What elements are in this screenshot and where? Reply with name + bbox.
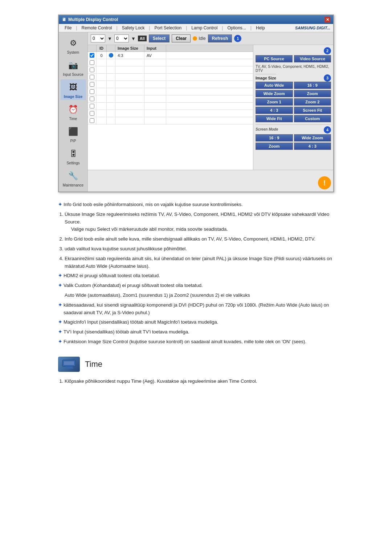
- cell-imgsize-2: [115, 66, 144, 73]
- section-heading-icon: [58, 357, 80, 372]
- cell-id-5: [97, 88, 107, 95]
- svg-rect-1: [64, 361, 74, 365]
- menu-port-selection[interactable]: Port Selection: [151, 25, 184, 31]
- header-imgsize: Image Size: [115, 45, 144, 52]
- right-panel: 0 ▼ 0 ▼ All Select Clear Idle Refresh: [88, 32, 333, 192]
- refresh-button[interactable]: Refresh: [208, 34, 232, 42]
- btn-4-3[interactable]: 4 : 3: [256, 107, 293, 114]
- numbered-list: Üksuse Image Size reguleerimiseks režiim…: [65, 211, 334, 270]
- header-id: ID: [97, 45, 107, 52]
- star-note-text-3: kättesaadavad, kui sisendi signaalitüüp …: [64, 301, 334, 317]
- section-heading: Time: [58, 357, 334, 372]
- star-note-5: ✦ TV'i Input (sisendallikas) töötab ainu…: [58, 328, 334, 336]
- sidebar-label-image-size: Image Size: [64, 95, 83, 99]
- menu-help[interactable]: Help: [253, 25, 268, 31]
- cell-imgsize-9: [115, 117, 144, 124]
- btn-custom[interactable]: Custom: [294, 115, 331, 122]
- idle-dot: [193, 36, 197, 41]
- select-button[interactable]: Select: [149, 34, 170, 42]
- video-source-button[interactable]: Video Source: [294, 55, 331, 62]
- grid-row: [88, 103, 253, 110]
- sidebar-item-settings[interactable]: 🎛 Settings: [61, 146, 86, 167]
- cell-input-8: [144, 110, 166, 117]
- grid-row: [88, 81, 253, 88]
- cell-check-5[interactable]: [88, 88, 97, 95]
- value2-select[interactable]: 0: [114, 34, 129, 42]
- auto-wide-note-text: Auto Wide (automaatlaius), Zoom1 (suuren…: [65, 292, 250, 298]
- sidebar-item-input-source[interactable]: 📷 Input Source: [61, 57, 86, 78]
- menu-options[interactable]: Options...: [224, 25, 249, 31]
- sidebar-item-time[interactable]: ⏰ Time: [61, 102, 86, 122]
- clear-button[interactable]: Clear: [172, 34, 191, 42]
- star-note-text-5: TV'i Input (sisendallikas) töötab ainult…: [64, 328, 189, 336]
- cell-check-4[interactable]: [88, 81, 97, 88]
- value1-select[interactable]: 0: [91, 34, 105, 42]
- source-buttons: PC Source Video Source: [256, 55, 331, 62]
- cell-id-0: 0: [97, 52, 107, 59]
- btn-wide-fit[interactable]: Wide Fit: [256, 115, 293, 122]
- btn-zoom[interactable]: Zoom: [294, 90, 331, 97]
- sidebar-item-image-size[interactable]: 🖼 Image Size: [61, 79, 86, 100]
- menu-remote-control[interactable]: Remote Control: [78, 25, 115, 31]
- menu-safety-lock[interactable]: Safety Lock: [119, 25, 148, 31]
- btn-16-9[interactable]: 16 : 9: [294, 82, 331, 89]
- cell-id-6: [97, 95, 107, 102]
- grid-row: [88, 95, 253, 103]
- btn-zoom1[interactable]: Zoom 1: [256, 98, 293, 106]
- cell-input-0: AV: [144, 52, 166, 59]
- cell-check-0[interactable]: [88, 52, 97, 59]
- cell-check-3[interactable]: [88, 74, 97, 81]
- sidebar-item-pip[interactable]: ⬛ PIP: [61, 124, 86, 144]
- cell-check-7[interactable]: [88, 103, 97, 110]
- pc-source-button[interactable]: PC Source: [256, 55, 293, 62]
- time-icon: ⏰: [67, 103, 80, 116]
- btn-zoom2[interactable]: Zoom 2: [294, 98, 331, 106]
- btn-screen-16-9[interactable]: 16 : 9: [256, 134, 293, 141]
- btn-screen-zoom[interactable]: Zoom: [256, 143, 293, 150]
- grid-row: [88, 66, 253, 74]
- cell-id-1: [97, 59, 107, 66]
- cell-check-1[interactable]: [88, 59, 97, 66]
- window-body: ⚙ System 📷 Input Source 🖼 Image Size ⏰ T…: [59, 32, 333, 192]
- numbered-note-text-0: Üksuse Image Size reguleerimiseks režiim…: [65, 212, 329, 225]
- star-note-text-4: MagicInfo'i Input (sisendallikas) töötab…: [64, 319, 218, 326]
- sidebar-item-system[interactable]: ⚙ System: [61, 35, 86, 56]
- maintenance-icon: 🔧: [67, 169, 80, 182]
- grid-header: ID Image Size Input: [88, 45, 253, 52]
- circle-2: 2: [324, 47, 331, 54]
- cell-imgsize-3: [115, 74, 144, 81]
- grid-row: [88, 110, 253, 117]
- cell-imgsize-4: [115, 81, 144, 88]
- idle-indicator: Idle: [193, 36, 205, 41]
- cell-check-6[interactable]: [88, 95, 97, 102]
- star-note-text-0: Info Grid toob esile põhiinformatsiooni,…: [64, 201, 243, 209]
- menu-file[interactable]: File: [62, 25, 74, 31]
- star-icon-5: ✦: [58, 328, 62, 336]
- auto-wide-note: Auto Wide (automaatlaius), Zoom1 (suuren…: [65, 292, 334, 299]
- btn-wide-zoom[interactable]: Wide Zoom: [256, 90, 293, 97]
- menu-lamp-control[interactable]: Lamp Control: [188, 25, 220, 31]
- titlebar: 🖥 Multiple Display Control ✕: [59, 15, 333, 24]
- circle-3: 3: [324, 74, 331, 82]
- image-size-buttons: Auto Wide 16 : 9 Wide Zoom Zoom Zoom 1 Z…: [256, 82, 331, 122]
- btn-screen-fit[interactable]: Screen Fit: [294, 107, 331, 114]
- time-note-0: Klõpsake põhiikoonidest nuppu Time (Aeg)…: [65, 378, 334, 385]
- svg-rect-2: [65, 366, 73, 368]
- star-note-4: ✦ MagicInfo'i Input (sisendallikas) tööt…: [58, 319, 334, 326]
- cell-imgsize-5: [115, 88, 144, 95]
- toolbar: 0 ▼ 0 ▼ All Select Clear Idle Refresh: [88, 32, 333, 45]
- header-check: [88, 45, 97, 52]
- cell-check-2[interactable]: [88, 66, 97, 73]
- pip-icon: ⬛: [67, 125, 80, 138]
- numbered-note-2: udab valitud kuva kujutise suurust juhus…: [65, 245, 334, 253]
- close-button[interactable]: ✕: [324, 17, 330, 22]
- btn-screen-wide-zoom[interactable]: Wide Zoom: [294, 134, 331, 141]
- sidebar-item-maintenance[interactable]: 🔧 Maintenance: [61, 168, 86, 189]
- cell-check-8[interactable]: [88, 110, 97, 117]
- cell-img-4: [107, 81, 115, 88]
- btn-screen-4-3[interactable]: 4 : 3: [294, 143, 331, 150]
- star-note-2: ✦ Valik Custom (Kohandatud) ei pruugi sõ…: [58, 282, 334, 290]
- cell-imgsize-0: 4:3: [115, 52, 144, 59]
- btn-auto-wide[interactable]: Auto Wide: [256, 82, 293, 89]
- cell-check-9[interactable]: [88, 117, 97, 124]
